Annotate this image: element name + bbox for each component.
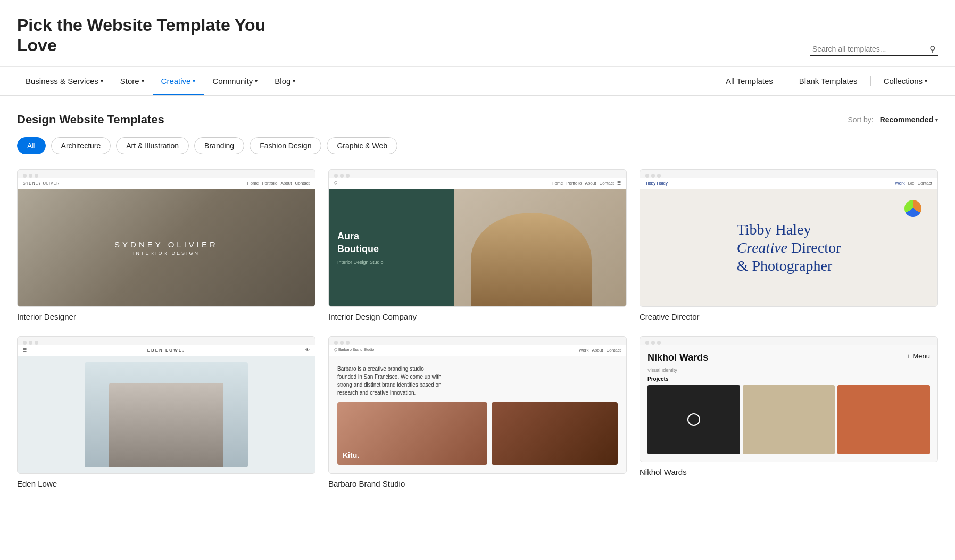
window-dot [29,341,32,345]
filter-graphic-web[interactable]: Graphic & Web [327,137,397,154]
window-dot [346,174,350,178]
thumb-content: SYDNEY OLIVIER INTERIOR DESIGN [18,189,315,306]
nav-item-community[interactable]: Community ▾ [204,67,266,95]
template-name-interior-designer: Interior Designer [17,312,315,321]
sort-by-value: Recommended [880,115,933,124]
window-dot [29,174,32,178]
main-nav: Business & Services ▾ Store ▾ Creative ▾… [0,67,955,96]
interior-designer-preview: SYDNEY OLIVIER INTERIOR DESIGN [18,189,315,306]
nav-item-creative[interactable]: Creative ▾ [153,67,204,95]
thumb-nav-bar: Tibby Haley Work Bio Contact [640,178,937,189]
nav-item-blog[interactable]: Blog ▾ [266,67,304,95]
template-card-interior-design-company[interactable]: ⬡ Home Portfolio About Contact ☰ AuraBou… [328,169,627,321]
window-dot [23,341,27,345]
template-card-barbaro[interactable]: ⬡ Barbaro Brand Studio Work About Contac… [328,336,627,488]
window-dot [334,174,338,178]
template-thumb-nikhol: Nikhol Wards + Menu Visual Identity Proj… [640,336,938,462]
thumb-nav-bar: SYDNEY OLIVER Home Portfolio About Conta… [18,178,315,189]
barbaro-img-b [492,402,618,465]
chevron-down-icon: ▾ [293,78,295,84]
filter-fashion-design[interactable]: Fashion Design [250,137,321,154]
template-name-interior-design-company: Interior Design Company [328,312,627,321]
project-a [647,385,740,454]
template-name-eden-lowe: Eden Lowe [17,479,315,488]
thumb-content: AuraBoutique Interior Design Studio [329,189,626,306]
project-b [743,385,835,454]
nav-collections[interactable]: Collections ▾ [873,67,938,95]
template-thumb-aura: ⬡ Home Portfolio About Contact ☰ AuraBou… [328,169,627,307]
nav-all-templates[interactable]: All Templates [715,67,784,95]
chevron-down-icon: ▾ [935,117,938,123]
template-thumb-creative: Tibby Haley Work Bio Contact Tibby Haley… [640,169,938,307]
thumb-nav-bar: ⬡ Home Portfolio About Contact ☰ [329,178,626,189]
nav-blank-templates[interactable]: Blank Templates [788,67,868,95]
window-dot [657,174,661,178]
filter-branding[interactable]: Branding [194,137,244,154]
eden-preview [18,356,315,473]
thumb-nav-bar: ⬡ Barbaro Brand Studio Work About Contac… [329,345,626,356]
window-dot [23,174,27,178]
aura-preview: AuraBoutique Interior Design Studio [329,189,626,306]
search-wrapper: ⚲ [810,43,938,56]
window-dot [35,174,38,178]
creative-preview: Tibby HaleyCreative Director& Photograph… [640,189,937,306]
window-dot [346,341,350,345]
page-title: Pick the Website Template You Love [17,15,272,56]
template-thumb-barbaro: ⬡ Barbaro Brand Studio Work About Contac… [328,336,627,474]
template-thumb-interior-designer: SYDNEY OLIVER Home Portfolio About Conta… [17,169,315,307]
window-dot [645,174,649,178]
nav-left: Business & Services ▾ Store ▾ Creative ▾… [17,67,715,95]
window-dot [645,341,649,345]
chevron-down-icon: ▾ [142,78,144,84]
window-dot [651,341,655,345]
template-thumb-eden: ☰ EDEN LOWE. 👁 [17,336,315,474]
thumb-content [18,356,315,473]
nav-divider-2 [870,76,871,86]
chevron-down-icon: ▾ [925,78,927,84]
chevron-down-icon: ▾ [255,78,258,84]
filter-art-illustration[interactable]: Art & Illustration [116,137,189,154]
nav-divider-1 [786,76,786,86]
nav-label-business: Business & Services [26,77,98,86]
search-input[interactable] [810,43,938,56]
thumb-nav-bar: ☰ EDEN LOWE. 👁 [18,345,315,356]
template-name-creative-director: Creative Director [640,312,938,321]
barbaro-img-a: Kitu. [337,402,487,465]
nav-label-blog: Blog [275,77,290,86]
thumb-content: Nikhol Wards + Menu Visual Identity Proj… [640,345,937,462]
thumb-content: Barbaro is a creative branding studiofou… [329,356,626,473]
template-name-nikhol-wards: Nikhol Wards [640,467,938,477]
filter-pills: All Architecture Art & Illustration Bran… [17,137,938,154]
section-title: Design Website Templates [17,113,164,127]
nav-label-community: Community [212,77,253,86]
template-card-creative-director[interactable]: Tibby Haley Work Bio Contact Tibby Haley… [640,169,938,321]
chevron-down-icon: ▾ [193,78,195,84]
filter-architecture[interactable]: Architecture [51,137,111,154]
template-card-eden-lowe[interactable]: ☰ EDEN LOWE. 👁 Eden Lowe [17,336,315,488]
section-header: Design Website Templates Sort by: Recomm… [17,113,938,127]
window-dot [657,341,661,345]
decorative-orb [904,200,921,217]
template-card-nikhol-wards[interactable]: Nikhol Wards + Menu Visual Identity Proj… [640,336,938,488]
template-name-barbaro: Barbaro Brand Studio [328,479,627,488]
sort-by-label: Sort by: [848,115,874,124]
nav-label-creative: Creative [161,77,191,86]
project-c [837,385,930,454]
template-card-interior-designer[interactable]: SYDNEY OLIVER Home Portfolio About Conta… [17,169,315,321]
main-content: Design Website Templates Sort by: Recomm… [0,96,955,509]
sort-by-dropdown[interactable]: Sort by: Recommended ▾ [848,115,939,124]
nav-right: All Templates Blank Templates Collection… [715,67,938,95]
chevron-down-icon: ▾ [101,78,103,84]
window-dot [35,341,38,345]
filter-all[interactable]: All [17,137,46,154]
thumb-content: Tibby HaleyCreative Director& Photograph… [640,189,937,306]
window-dot [340,174,344,178]
page-header: Pick the Website Template You Love ⚲ [0,0,955,67]
template-grid: SYDNEY OLIVER Home Portfolio About Conta… [17,169,938,488]
nav-label-store: Store [120,77,139,86]
nav-item-business[interactable]: Business & Services ▾ [17,67,112,95]
window-dot [340,341,344,345]
nikhol-preview: Nikhol Wards + Menu Visual Identity Proj… [640,345,937,462]
barbaro-preview: Barbaro is a creative branding studiofou… [329,356,626,473]
nav-item-store[interactable]: Store ▾ [112,67,153,95]
